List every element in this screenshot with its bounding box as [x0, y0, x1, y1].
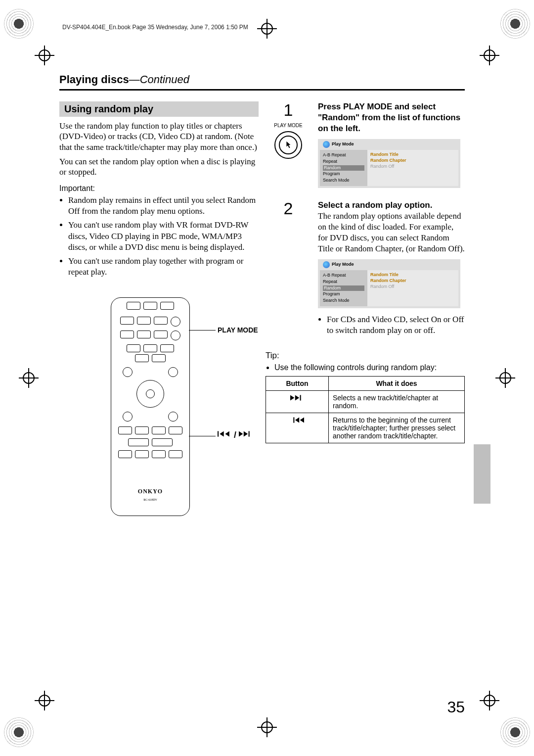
table-row: Selects a new track/title/chapter at ran… — [266, 390, 465, 413]
intro-paragraph-1: Use the random play function to play tit… — [59, 121, 259, 152]
important-label: Important: — [59, 184, 259, 193]
osd-item: A-B Repeat — [323, 273, 364, 279]
step-title: Select a random play option. — [318, 200, 465, 211]
controls-desc: Returns to the beginning of the current … — [329, 413, 465, 443]
svg-rect-0 — [218, 431, 219, 436]
step-number: 2 — [266, 200, 311, 339]
tip-label: Tip: — [266, 351, 465, 361]
osd-item: Search Mode — [323, 298, 364, 304]
disc-icon — [323, 141, 330, 148]
print-reg-cross-left — [19, 368, 39, 388]
tip-intro: Use the following controls during random… — [274, 363, 465, 373]
prev-track-icon — [290, 418, 304, 425]
print-reg-corner-tl — [4, 9, 34, 39]
disc-icon — [323, 261, 330, 268]
remote-illustration: ONKYO RC-618DV PLAY MODE / — [59, 297, 259, 525]
step-body-text: The random play options available depend… — [318, 211, 465, 254]
controls-header-desc: What it does — [329, 376, 465, 390]
print-reg-cross-inset-tr — [480, 46, 499, 65]
svg-marker-1 — [220, 431, 223, 436]
osd-option: Random Title — [370, 152, 455, 158]
print-reg-cross-inset-bl — [35, 691, 54, 710]
breadcrumb-title: Playing discs — [59, 73, 129, 86]
print-reg-cross-right — [495, 368, 515, 388]
remote-model: RC-618DV — [143, 498, 157, 501]
osd-option: Random Off — [370, 164, 455, 170]
step-icon-label: PLAY MODE — [266, 123, 311, 128]
osd-item: Repeat — [323, 159, 364, 165]
controls-table: Button What it does Selects a new track/… — [266, 376, 465, 443]
osd-left-list: A-B Repeat Repeat Random Program Search … — [320, 270, 367, 306]
table-row: Returns to the beginning of the current … — [266, 413, 465, 443]
step-number: 1 PLAY MODE — [266, 101, 311, 188]
step-extra-bullet: For CDs and Video CD, select On or Off t… — [327, 314, 465, 336]
breadcrumb: Playing discs—Continued — [59, 73, 465, 86]
osd-option: Random Off — [370, 284, 455, 290]
osd-option: Random Title — [370, 272, 455, 278]
step-title: Press PLAY MODE and select "Random" from… — [318, 101, 465, 134]
osd-item: Program — [323, 291, 364, 297]
step-number-value: 1 — [284, 100, 293, 119]
svg-marker-7 — [295, 395, 299, 400]
remote-brand: ONKYO — [138, 488, 163, 495]
important-item: Random play remains in effect until you … — [68, 195, 259, 217]
next-track-icon — [290, 395, 304, 403]
osd-play-mode: Play Mode A-B Repeat Repeat Random Progr… — [318, 259, 460, 308]
next-track-icon — [239, 430, 253, 440]
svg-marker-2 — [225, 431, 229, 436]
svg-marker-3 — [239, 431, 243, 436]
print-reg-corner-tr — [500, 9, 530, 39]
section-heading: Using random play — [59, 101, 259, 117]
svg-marker-10 — [295, 417, 299, 423]
svg-rect-9 — [293, 417, 294, 423]
pointer-icon — [284, 141, 293, 149]
callout-playmode: PLAY MODE — [218, 326, 258, 334]
svg-marker-6 — [290, 395, 294, 400]
print-reg-cross-bottom — [257, 717, 277, 737]
svg-rect-8 — [300, 395, 301, 400]
osd-item-selected: Random — [323, 165, 364, 171]
controls-header-button: Button — [266, 376, 329, 390]
print-reg-cross-inset-tl — [35, 46, 54, 65]
osd-option: Random Chapter — [370, 278, 455, 284]
osd-right-list: Random Title Random Chapter Random Off — [367, 270, 458, 306]
important-item: You can't use random play with VR format… — [68, 220, 259, 252]
osd-item: Search Mode — [323, 178, 364, 184]
callout-line-playmode — [189, 330, 216, 331]
svg-rect-5 — [249, 431, 250, 436]
callout-line-transport — [189, 436, 216, 436]
important-list: Random play remains in effect until you … — [68, 195, 259, 278]
running-head: DV-SP404.404E_En.book Page 35 Wednesday,… — [59, 24, 465, 31]
section-rule — [59, 89, 465, 91]
osd-item: A-B Repeat — [323, 152, 364, 158]
prev-track-icon — [218, 430, 234, 440]
thumb-index-tab — [474, 444, 490, 504]
osd-right-list: Random Title Random Chapter Random Off — [367, 150, 458, 186]
step-number-value: 2 — [284, 199, 293, 218]
osd-title: Play Mode — [332, 262, 354, 268]
intro-paragraph-2: You can set the random play option when … — [59, 156, 259, 178]
play-mode-button-icon — [274, 131, 302, 159]
svg-marker-11 — [300, 417, 304, 423]
osd-title: Play Mode — [332, 142, 354, 147]
osd-option: Random Chapter — [370, 158, 455, 164]
osd-left-list: A-B Repeat Repeat Random Program Search … — [320, 150, 367, 186]
print-reg-corner-bl — [4, 717, 34, 747]
svg-marker-4 — [244, 431, 248, 436]
next-track-icon-cell — [266, 390, 329, 413]
osd-item: Program — [323, 171, 364, 177]
print-reg-corner-br — [500, 717, 530, 747]
controls-desc: Selects a new track/title/chapter at ran… — [329, 390, 465, 413]
osd-item-selected: Random — [323, 285, 364, 291]
print-reg-cross-inset-br — [480, 691, 499, 710]
callout-transport: / — [218, 430, 253, 440]
breadcrumb-continued: —Continued — [129, 73, 189, 86]
page-number: 35 — [447, 698, 465, 716]
important-item: You can't use random play together with … — [68, 256, 259, 278]
osd-play-mode: Play Mode A-B Repeat Repeat Random Progr… — [318, 139, 460, 188]
osd-item: Repeat — [323, 279, 364, 285]
prev-track-icon-cell — [266, 413, 329, 443]
